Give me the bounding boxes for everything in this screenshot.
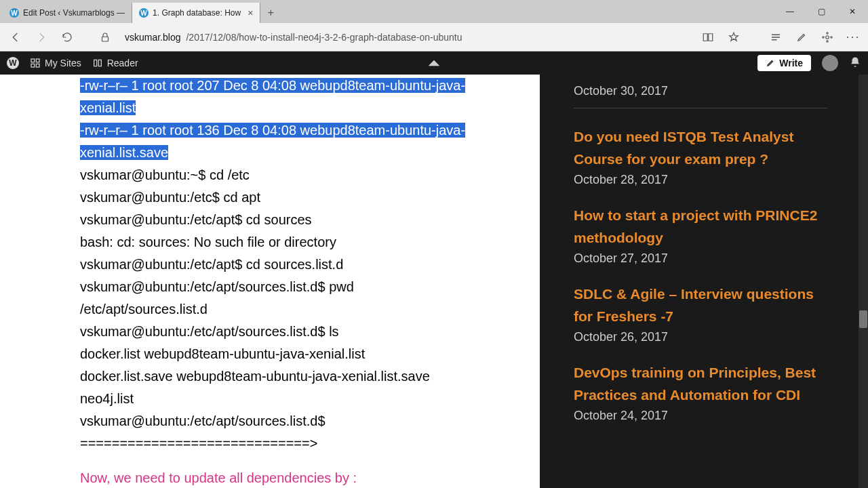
svg-rect-9	[36, 64, 39, 67]
svg-point-3	[827, 40, 828, 41]
window-titlebar: W Edit Post ‹ Vskumarblogs — W 1. Graph …	[0, 0, 868, 23]
back-button[interactable]	[4, 26, 27, 49]
terminal-line: docker.list webupd8team-ubuntu-java-xeni…	[80, 343, 513, 365]
maximize-button[interactable]: ▢	[806, 0, 837, 23]
terminal-line: vskumar@ubuntu:/etc$ cd apt	[80, 186, 513, 209]
window-controls: — ▢ ✕	[774, 0, 868, 23]
post-date: October 26, 2017	[574, 330, 827, 344]
article-note: Now, we need to update all dependencies …	[80, 467, 513, 488]
svg-rect-6	[31, 59, 35, 62]
minimize-button[interactable]: —	[774, 0, 806, 23]
highlighted-text: -rw-r–r– 1 root root 207 Dec 8 04:08 web…	[80, 78, 465, 115]
post-date: October 30, 2017	[574, 84, 827, 98]
terminal-line: /etc/apt/sources.list.d	[80, 298, 513, 321]
terminal-line: docker.list.save webupd8team-ubuntu-java…	[80, 365, 513, 388]
share-icon[interactable]	[816, 26, 838, 48]
highlighted-text: -rw-r–r– 1 root root 136 Dec 8 04:08 web…	[80, 123, 465, 160]
terminal-line: bash: cd: sources: No such file or direc…	[80, 231, 513, 253]
collapse-icon[interactable]	[427, 59, 441, 67]
hub-icon[interactable]	[765, 26, 787, 48]
scrollbar[interactable]	[859, 75, 868, 488]
reading-view-icon[interactable]	[697, 26, 719, 48]
scrollbar-thumb[interactable]	[859, 310, 867, 328]
url-path: /2017/12/08/how-to-install-neo4j-3-2-6-g…	[186, 32, 462, 43]
url-host: vskumar.blog	[125, 32, 180, 43]
svg-point-1	[826, 35, 829, 39]
sidebar-post-link[interactable]: SDLC & Agile – Interview questions for F…	[574, 283, 827, 327]
sidebar-post-link[interactable]: DevOps training on Principles, Best Prac…	[574, 362, 827, 406]
divider	[574, 108, 827, 108]
terminal-line: =============================>	[80, 432, 513, 455]
new-tab-button[interactable]: +	[260, 3, 281, 23]
terminal-line: vskumar@ubuntu:/etc/apt/sources.list.d$ …	[80, 321, 513, 343]
lock-icon	[94, 26, 117, 49]
terminal-line: vskumar@ubuntu:/etc/apt/sources.list.d$	[80, 410, 513, 432]
my-sites-link[interactable]: My Sites	[30, 58, 81, 68]
my-sites-label: My Sites	[45, 58, 81, 68]
close-icon[interactable]: ×	[248, 7, 253, 18]
post-date: October 24, 2017	[574, 409, 827, 423]
sidebar: October 30, 2017 Do you need ISTQB Test …	[540, 75, 868, 488]
wordpress-icon: W	[9, 8, 19, 18]
notifications-icon[interactable]	[849, 56, 861, 70]
wp-logo[interactable]: W	[7, 57, 19, 69]
address-bar[interactable]: vskumar.blog/2017/12/08/how-to-install-n…	[119, 32, 694, 43]
post-date: October 28, 2017	[574, 173, 827, 187]
sidebar-post-link[interactable]: How to start a project with PRINCE2 meth…	[574, 205, 827, 249]
wordpress-icon: W	[139, 8, 149, 18]
avatar[interactable]	[822, 55, 838, 71]
terminal-line: vskumar@ubuntu:/etc/apt$ cd sources.list…	[80, 253, 513, 276]
reader-label: Reader	[107, 58, 138, 68]
favorite-icon[interactable]	[723, 26, 745, 48]
browser-tab[interactable]: W Edit Post ‹ Vskumarblogs —	[3, 3, 132, 23]
terminal-line: vskumar@ubuntu:~$ cd /etc	[80, 164, 513, 186]
svg-point-4	[823, 36, 824, 37]
browser-toolbar: vskumar.blog/2017/12/08/how-to-install-n…	[0, 23, 868, 52]
terminal-line: vskumar@ubuntu:/etc/apt/sources.list.d$ …	[80, 276, 513, 298]
sidebar-post-link[interactable]: Do you need ISTQB Test Analyst Course fo…	[574, 126, 827, 170]
post-date: October 27, 2017	[574, 251, 827, 266]
wp-admin-bar: W My Sites Reader Write	[0, 52, 868, 75]
page-body: -rw-r–r– 1 root root 207 Dec 8 04:08 web…	[0, 75, 868, 488]
svg-rect-0	[102, 37, 108, 41]
terminal-line: neo4j.list	[80, 388, 513, 410]
terminal-line: vskumar@ubuntu:/etc/apt$ cd sources	[80, 209, 513, 231]
close-window-button[interactable]: ✕	[837, 0, 868, 23]
forward-button[interactable]	[30, 26, 53, 49]
svg-point-5	[831, 36, 832, 37]
article-content: -rw-r–r– 1 root root 207 Dec 8 04:08 web…	[0, 75, 540, 488]
write-label: Write	[779, 58, 803, 68]
more-icon[interactable]: ···	[842, 26, 864, 48]
svg-point-2	[827, 32, 828, 33]
notes-icon[interactable]	[791, 26, 812, 48]
tab-label: 1. Graph database: How	[153, 8, 241, 18]
toolbar-right: ···	[697, 26, 864, 48]
refresh-button[interactable]	[56, 26, 79, 49]
write-button[interactable]: Write	[757, 55, 811, 71]
reader-link[interactable]: Reader	[92, 58, 138, 68]
svg-rect-7	[36, 59, 39, 62]
tab-label: Edit Post ‹ Vskumarblogs —	[23, 8, 125, 18]
svg-rect-8	[31, 64, 35, 67]
browser-tab-active[interactable]: W 1. Graph database: How ×	[132, 3, 260, 23]
